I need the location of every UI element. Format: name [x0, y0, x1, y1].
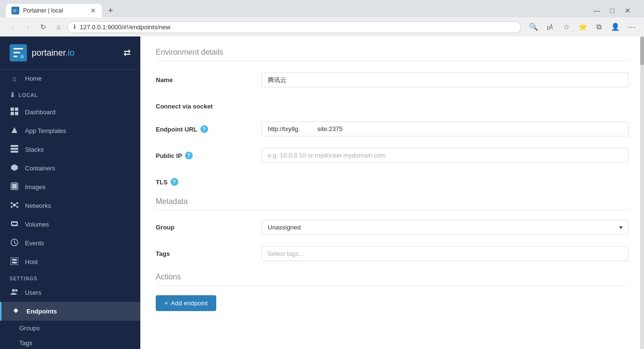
host-label: Host: [25, 258, 38, 265]
search-button[interactable]: 🔍: [527, 20, 540, 34]
name-input[interactable]: [261, 72, 629, 87]
svg-rect-7: [11, 108, 14, 111]
sidebar-item-groups[interactable]: Groups: [0, 321, 140, 336]
endpoint-url-help-icon[interactable]: ?: [200, 125, 208, 133]
sidebar-toggle-button[interactable]: ⇄: [124, 48, 131, 58]
svg-rect-10: [15, 112, 18, 115]
scrollbar-thumb[interactable]: [640, 36, 644, 65]
users-icon: [10, 288, 19, 297]
volumes-label: Volumes: [25, 221, 49, 228]
actions-section: Actions + Add endpoint: [156, 273, 629, 311]
svg-rect-8: [15, 108, 18, 111]
svg-rect-12: [11, 148, 18, 150]
sidebar-item-events[interactable]: Events: [0, 234, 140, 253]
svg-rect-28: [11, 257, 18, 265]
sidebar-item-app-templates[interactable]: App Templates: [0, 121, 140, 140]
dashboard-label: Dashboard: [25, 108, 56, 116]
new-tab-button[interactable]: +: [104, 4, 117, 17]
minimize-button[interactable]: —: [590, 4, 604, 17]
svg-point-32: [15, 289, 18, 292]
sidebar: portainer.io ⇄ ⌂ Home ⬇ LOCAL Dashboard: [0, 36, 140, 349]
events-label: Events: [25, 240, 44, 247]
close-window-button[interactable]: ✕: [621, 4, 634, 17]
connect-socket-label: Connect via socket: [156, 99, 261, 110]
endpoint-url-control: [261, 121, 629, 136]
events-icon: [10, 239, 19, 248]
sidebar-item-dashboard[interactable]: Dashboard: [0, 103, 140, 121]
svg-rect-29: [12, 259, 17, 261]
add-endpoint-button[interactable]: + Add endpoint: [156, 295, 216, 311]
more-button[interactable]: ⋯: [625, 20, 638, 34]
public-ip-input[interactable]: [261, 148, 629, 163]
app-templates-label: App Templates: [25, 127, 66, 134]
add-icon: +: [164, 300, 168, 307]
logo-text: portainer.io: [32, 48, 74, 58]
sidebar-item-networks[interactable]: Networks: [0, 196, 140, 215]
address-bar[interactable]: ℹ 127.0.0.1:9000/#!/endpoints/new: [67, 21, 521, 33]
sidebar-item-host[interactable]: Host: [0, 253, 140, 271]
sidebar-item-volumes[interactable]: Volumes: [0, 215, 140, 234]
profile-button[interactable]: 👤: [608, 20, 622, 34]
security-icon: ℹ: [74, 24, 76, 30]
back-button[interactable]: ‹: [6, 20, 19, 34]
dashboard-icon: [10, 108, 19, 117]
svg-rect-27: [12, 223, 17, 225]
svg-text:P: P: [13, 9, 16, 13]
svg-point-31: [12, 289, 15, 292]
endpoints-icon: [11, 307, 21, 316]
public-ip-control: [261, 148, 629, 163]
svg-point-6: [20, 55, 24, 59]
stacks-label: Stacks: [25, 146, 44, 153]
public-ip-help-icon[interactable]: ?: [185, 152, 193, 159]
networks-label: Networks: [25, 202, 51, 209]
group-select-wrapper: Unassigned ▼: [261, 220, 629, 235]
browser-tab[interactable]: P Portainer | local ✕: [6, 4, 102, 17]
sidebar-item-users[interactable]: Users: [0, 283, 140, 302]
svg-rect-9: [11, 112, 14, 115]
tab-favicon: P: [12, 7, 19, 14]
metadata-title: Metadata: [156, 197, 629, 210]
users-label: Users: [25, 289, 41, 296]
group-field-group: Group Unassigned ▼: [156, 220, 629, 235]
tags-label: Tags: [19, 339, 32, 347]
sidebar-item-tags[interactable]: Tags: [0, 336, 140, 349]
refresh-button[interactable]: ↻: [37, 20, 50, 34]
name-input-container: [261, 72, 629, 87]
maximize-button[interactable]: □: [606, 4, 619, 17]
sidebar-item-home[interactable]: ⌂ Home: [0, 70, 140, 87]
endpoint-url-input[interactable]: [261, 121, 629, 136]
tags-input[interactable]: [261, 246, 629, 261]
sidebar-item-label: Home: [25, 75, 42, 82]
endpoint-url-field-group: Endpoint URL ?: [156, 121, 629, 136]
reading-view-button[interactable]: ㎀: [543, 20, 557, 34]
group-select[interactable]: Unassigned: [261, 220, 629, 235]
images-icon: [10, 182, 19, 192]
collections-button[interactable]: ⧉: [592, 20, 606, 34]
tab-close-button[interactable]: ✕: [90, 7, 96, 14]
app-templates-icon: [10, 126, 19, 135]
public-ip-label: Public IP ?: [156, 148, 261, 159]
scrollbar-track[interactable]: [640, 36, 644, 349]
favorites-button[interactable]: ☆: [559, 20, 573, 34]
sidebar-item-stacks[interactable]: Stacks: [0, 140, 140, 159]
sidebar-item-containers[interactable]: Containers: [0, 159, 140, 178]
endpoint-url-label: Endpoint URL ?: [156, 121, 261, 133]
svg-rect-11: [11, 145, 18, 147]
svg-rect-3: [13, 48, 23, 49]
browser-chrome: P Portainer | local ✕ + — □ ✕ ‹ › ↻ ⌂ ℹ …: [0, 0, 644, 36]
bookmark-button[interactable]: ⭐: [576, 20, 589, 34]
tls-help-icon[interactable]: ?: [171, 178, 178, 186]
containers-label: Containers: [25, 165, 55, 172]
svg-rect-16: [12, 184, 17, 189]
sidebar-item-images[interactable]: Images: [0, 178, 140, 196]
tls-label: TLS ?: [156, 174, 261, 186]
metadata-section: Metadata Group Unassigned ▼: [156, 197, 629, 261]
volumes-icon: [10, 220, 19, 229]
sidebar-item-endpoints[interactable]: Endpoints: [0, 302, 140, 321]
forward-button[interactable]: ›: [21, 20, 35, 34]
connect-socket-field-group: Connect via socket: [156, 99, 629, 110]
home-button[interactable]: ⌂: [52, 20, 65, 34]
tls-field-group: TLS ?: [156, 174, 629, 186]
tags-control: [261, 246, 629, 261]
tags-field-group: Tags: [156, 246, 629, 261]
